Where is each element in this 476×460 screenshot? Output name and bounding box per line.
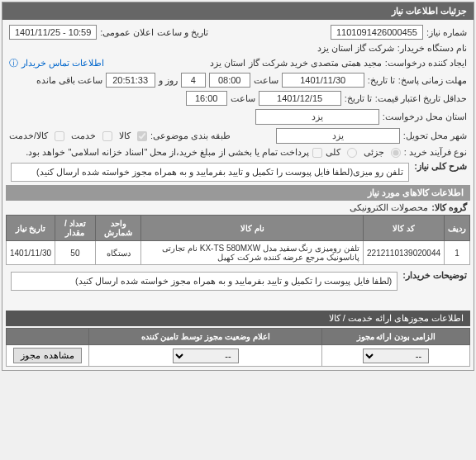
cb-service <box>102 131 112 141</box>
permits-table: الزامی بودن ارائه مجوز اعلام وضعیت مجوز … <box>6 328 470 367</box>
deadline-date: 1401/11/30 <box>282 73 364 88</box>
permits-row: -- -- مشاهده مجوز <box>7 345 470 367</box>
status-select[interactable]: -- <box>173 349 239 363</box>
buy-note: پرداخت تمام یا بخشی از مبلغ خرید،از محل … <box>26 147 309 158</box>
request-location-label: استان محل درخواست: <box>383 111 467 122</box>
need-number-value: 1101091426000455 <box>331 25 423 40</box>
delivery-location-label: شهر محل تحویل: <box>403 130 467 141</box>
buyer-notes-text: (لطفا فایل پیوست را تکمیل و تایید بفرمای… <box>11 272 397 291</box>
delivery-location-value: یزد <box>276 128 400 144</box>
row-request-location: استان محل درخواست: یزد <box>6 107 470 126</box>
required-select[interactable]: -- <box>363 349 429 363</box>
general-desc-text: تلفن رو میزی(لطفا فایل پیوست را تکمیل و … <box>11 163 409 182</box>
row-deadline: مهلت زمانی پاسخ: تا تاریخ: 1401/11/30 سا… <box>6 71 470 89</box>
cell-unit: دستگاه <box>95 241 141 265</box>
buy-process-label: نوع فرآیند خرید : <box>404 147 467 158</box>
th-qty: تعداد / مقدار <box>55 216 96 241</box>
permits-header: اطلاعات مجوزهای ارائه خدمت / کالا <box>6 311 470 326</box>
rb-full <box>347 148 357 158</box>
row-buyer-notes: توضیحات خریدار: (لطفا فایل پیوست را تکمی… <box>6 268 470 294</box>
min-validity-prefix: تا تاریخ: <box>345 93 372 104</box>
info-icon: ⓘ <box>9 57 18 69</box>
cb-goods <box>137 131 147 141</box>
th-idx: ردیف <box>445 216 470 241</box>
remaining-label: ساعت باقی مانده <box>36 75 102 86</box>
buyer-notes-label: توضیحات خریدار: <box>402 270 467 281</box>
deadline-prefix: تا تاریخ: <box>368 75 395 86</box>
requester-value: مجید همتی متصدی خرید شرکت گاز استان یزد <box>210 58 381 69</box>
goods-group-label: گروه کالا: <box>431 202 467 213</box>
main-panel: جزئیات اطلاعات نیاز شماره نیاز: 11010914… <box>2 2 474 371</box>
goods-table: ردیف کد کالا نام کالا واحد شمارش تعداد /… <box>6 215 470 265</box>
cb-goods-label: کالا <box>119 130 131 141</box>
classification-group: کالا خدمت کالا/خدمت <box>9 130 147 141</box>
cell-date: 1401/11/30 <box>7 241 55 265</box>
announce-date-label: تاریخ و ساعت اعلان عمومی: <box>100 27 207 38</box>
cb-buy-note <box>312 148 322 158</box>
min-validity-time: 16:00 <box>186 91 227 106</box>
rb-partial-label: جزئی <box>364 147 384 158</box>
cell-required: -- <box>322 345 470 367</box>
buy-process-group: جزئی کلی <box>326 147 401 158</box>
th-empty <box>7 329 89 345</box>
buyer-device-value: شرکت گاز استان یزد <box>317 43 394 54</box>
remaining-and: روز و <box>159 75 178 86</box>
table-row: 1 2212110139020044 تلفن رومیزی رنگ سفید … <box>7 241 470 265</box>
cell-idx: 1 <box>445 241 470 265</box>
row-need-number: شماره نیاز: 1101091426000455 تاریخ و ساع… <box>6 23 470 41</box>
subject-classification-label: طبقه بندی موضوعی: <box>150 130 231 141</box>
row-buyer-device: نام دستگاه خریدار: شرکت گاز استان یزد <box>6 41 470 55</box>
panel-title: جزئیات اطلاعات نیاز <box>2 2 474 20</box>
view-permit-button[interactable]: مشاهده مجوز <box>13 348 81 363</box>
deadline-time-label: ساعت <box>254 75 278 86</box>
request-location-value: یزد <box>255 109 379 125</box>
cell-view: مشاهده مجوز <box>7 345 89 367</box>
th-date: تاریخ نیاز <box>7 216 55 241</box>
cb-goods-service <box>55 131 64 141</box>
contact-buyer-link[interactable]: اطلاعات تماس خریدار <box>21 58 104 69</box>
deadline-label: مهلت زمانی پاسخ: <box>398 75 467 86</box>
row-goods-group: گروه کالا: محصولات الکترونیکی <box>6 201 470 215</box>
cell-qty: 50 <box>55 241 96 265</box>
remaining-days: 4 <box>181 73 206 88</box>
goods-group-value: محصولات الکترونیکی <box>350 202 428 213</box>
th-code: کد کالا <box>364 216 445 241</box>
cb-service-label: خدمت <box>71 130 96 141</box>
th-name: نام کالا <box>141 216 364 241</box>
cb-goods-service-label: کالا/خدمت <box>9 130 48 141</box>
general-desc-label: شرح کلی نیاز: <box>414 161 467 172</box>
permits-header-row: الزامی بودن ارائه مجوز اعلام وضعیت مجوز … <box>7 329 470 345</box>
min-validity-time-label: ساعت <box>231 93 255 104</box>
th-required: الزامی بودن ارائه مجوز <box>322 329 470 345</box>
row-min-validity: حداقل تاریخ اعتبار قیمت: تا تاریخ: 1401/… <box>6 89 470 107</box>
rb-partial <box>391 148 401 158</box>
buyer-device-label: نام دستگاه خریدار: <box>397 43 467 54</box>
cell-status: -- <box>89 345 322 367</box>
min-validity-label: حداقل تاریخ اعتبار قیمت: <box>375 93 467 104</box>
requester-label: ایجاد کننده درخواست: <box>385 58 467 69</box>
remaining-time: 20:51:33 <box>106 73 155 88</box>
row-general-desc: شرح کلی نیاز: تلفن رو میزی(لطفا فایل پیو… <box>6 159 470 185</box>
goods-section-header: اطلاعات کالاهای مورد نیاز <box>6 185 470 201</box>
need-number-label: شماره نیاز: <box>426 27 467 38</box>
rb-full-label: کلی <box>326 147 340 158</box>
deadline-time: 08:00 <box>209 73 250 88</box>
row-requester: ایجاد کننده درخواست: مجید همتی متصدی خری… <box>6 55 470 71</box>
min-validity-date: 1401/12/15 <box>259 91 341 106</box>
th-status: اعلام وضعیت مجوز توسط تامین کننده <box>89 329 322 345</box>
table-header-row: ردیف کد کالا نام کالا واحد شمارش تعداد /… <box>7 216 470 241</box>
announce-date-value: 1401/11/25 - 10:59 <box>9 25 97 40</box>
cell-code: 2212110139020044 <box>364 241 445 265</box>
row-delivery-location: شهر محل تحویل: یزد طبقه بندی موضوعی: کال… <box>6 126 470 145</box>
panel-body: شماره نیاز: 1101091426000455 تاریخ و ساع… <box>2 20 474 370</box>
th-unit: واحد شمارش <box>95 216 141 241</box>
cell-name: تلفن رومیزی رنگ سفید مدل KX-TS 580MXW نا… <box>141 241 364 265</box>
row-buy-process: نوع فرآیند خرید : جزئی کلی پرداخت تمام ی… <box>6 145 470 159</box>
